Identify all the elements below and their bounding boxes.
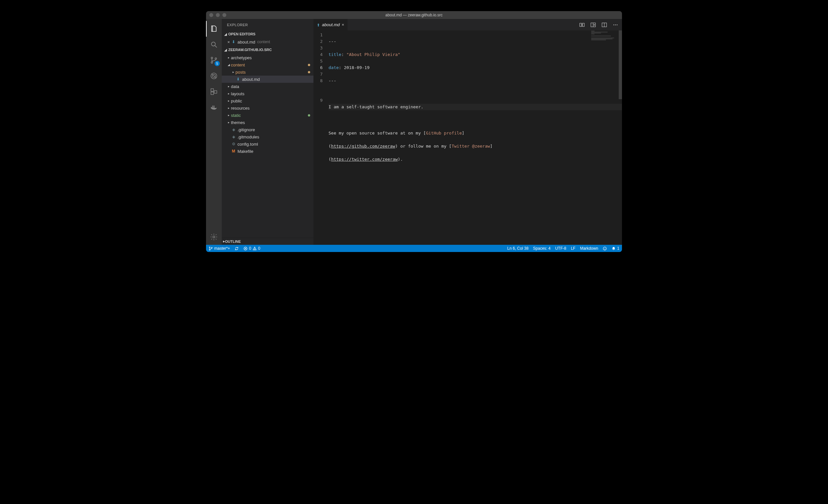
warning-icon bbox=[252, 246, 257, 251]
status-language-label: Markdown bbox=[580, 246, 598, 251]
markdown-file-icon: ⬇ bbox=[231, 39, 236, 45]
status-git-branch[interactable]: master*+ bbox=[209, 246, 230, 251]
status-indentation[interactable]: Spaces: 4 bbox=[533, 246, 550, 251]
config-file-icon: ⚙ bbox=[231, 141, 236, 147]
file-tree: ▸ archetypes ◢ content ▸ posts ⬇ about.m… bbox=[222, 53, 314, 238]
svg-rect-11 bbox=[211, 107, 212, 108]
status-notifications[interactable]: 1 bbox=[612, 246, 619, 251]
window-minimize-button[interactable] bbox=[216, 13, 220, 17]
folder-label: posts bbox=[236, 70, 246, 75]
open-editor-name: about.md bbox=[238, 40, 255, 45]
svg-line-1 bbox=[215, 45, 217, 47]
folder-themes[interactable]: ▸ themes bbox=[222, 119, 314, 126]
chevron-right-icon: ▸ bbox=[226, 85, 231, 88]
markdown-file-icon: ⬇ bbox=[317, 22, 320, 27]
file-makefile[interactable]: M Makefile bbox=[222, 148, 314, 155]
svg-point-0 bbox=[212, 42, 215, 46]
traffic-lights bbox=[206, 13, 226, 17]
split-editor-button[interactable] bbox=[601, 21, 608, 28]
editor-area[interactable]: 12345678 9 --- title: "About Philip Viei… bbox=[314, 31, 622, 245]
editor-content[interactable]: --- title: "About Philip Vieira" date: 2… bbox=[329, 31, 622, 245]
code-text: --- bbox=[329, 39, 336, 44]
svg-rect-9 bbox=[211, 92, 213, 95]
status-lncol-label: Ln 6, Col 38 bbox=[507, 246, 529, 251]
folder-label: themes bbox=[231, 120, 245, 125]
folder-label: public bbox=[231, 98, 242, 103]
activity-bar: 5 bbox=[206, 19, 222, 245]
vscode-window: about.md — zeeraw.github.io.src 5 bbox=[206, 11, 622, 252]
activity-source-control[interactable]: 5 bbox=[206, 52, 222, 68]
code-text: ( bbox=[329, 157, 331, 162]
code-text: https://twitter.com/zeeraw bbox=[331, 157, 398, 162]
code-text: See my open source software at on my [ bbox=[329, 131, 426, 136]
close-icon[interactable]: × bbox=[226, 40, 231, 45]
folder-resources[interactable]: ▸ resources bbox=[222, 104, 314, 111]
file-config-toml[interactable]: ⚙ config.toml bbox=[222, 140, 314, 148]
activity-explorer[interactable] bbox=[206, 21, 222, 37]
folder-content[interactable]: ◢ content bbox=[222, 61, 314, 68]
scrollbar-thumb[interactable] bbox=[619, 31, 622, 99]
file-label: Makefile bbox=[238, 149, 253, 154]
more-actions-button[interactable] bbox=[612, 21, 619, 28]
search-icon bbox=[210, 41, 218, 48]
svg-point-16 bbox=[213, 236, 215, 238]
svg-point-26 bbox=[617, 24, 618, 25]
project-header[interactable]: ◢ ZEERAW.GITHUB.IO.SRC bbox=[222, 46, 314, 53]
file-about-md[interactable]: ⬇ about.md bbox=[222, 76, 314, 83]
activity-search[interactable] bbox=[206, 37, 222, 52]
outline-header[interactable]: ▸ OUTLINE bbox=[222, 238, 314, 245]
file-gitignore[interactable]: ◈ .gitignore bbox=[222, 126, 314, 133]
folder-label: layouts bbox=[231, 91, 244, 96]
chevron-right-icon: ▸ bbox=[226, 113, 231, 117]
status-branch-label: master*+ bbox=[214, 246, 230, 251]
status-encoding-label: UTF-8 bbox=[555, 246, 566, 251]
close-icon[interactable]: × bbox=[342, 22, 344, 27]
status-problems[interactable]: 0 0 bbox=[243, 246, 260, 251]
code-text: title bbox=[329, 52, 341, 57]
folder-public[interactable]: ▸ public bbox=[222, 97, 314, 104]
open-editor-item[interactable]: × ⬇ about.md content bbox=[222, 38, 314, 45]
svg-rect-14 bbox=[212, 106, 213, 107]
status-eol[interactable]: LF bbox=[571, 246, 576, 251]
svg-point-21 bbox=[594, 24, 595, 25]
open-changes-button[interactable] bbox=[579, 21, 585, 28]
open-preview-side-button[interactable] bbox=[590, 21, 596, 28]
svg-point-28 bbox=[209, 249, 210, 250]
svg-point-4 bbox=[215, 58, 217, 59]
folder-archetypes[interactable]: ▸ archetypes bbox=[222, 54, 314, 61]
outline-label: OUTLINE bbox=[225, 239, 241, 243]
folder-static[interactable]: ▸ static bbox=[222, 111, 314, 119]
activity-debug[interactable] bbox=[206, 68, 222, 84]
status-encoding[interactable]: UTF-8 bbox=[555, 246, 566, 251]
status-sync[interactable] bbox=[235, 246, 239, 251]
tab-bar: ⬇ about.md × bbox=[314, 19, 622, 31]
status-language[interactable]: Markdown bbox=[580, 246, 598, 251]
tab-label: about.md bbox=[322, 22, 340, 27]
activity-settings[interactable] bbox=[206, 229, 222, 245]
folder-data[interactable]: ▸ data bbox=[222, 83, 314, 90]
folder-label: archetypes bbox=[231, 55, 252, 60]
svg-point-34 bbox=[254, 249, 255, 249]
window-zoom-button[interactable] bbox=[222, 13, 226, 17]
activity-extensions[interactable] bbox=[206, 84, 222, 99]
code-text: "About Philip Vieira" bbox=[346, 52, 400, 57]
sidebar-title: EXPLORER bbox=[222, 19, 314, 31]
file-gitmodules[interactable]: ◈ .gitmodules bbox=[222, 133, 314, 140]
vertical-scrollbar[interactable] bbox=[617, 31, 622, 245]
tab-about-md[interactable]: ⬇ about.md × bbox=[314, 19, 348, 31]
git-branch-icon bbox=[209, 246, 213, 251]
window-close-button[interactable] bbox=[209, 13, 213, 17]
status-feedback[interactable] bbox=[603, 246, 607, 251]
folder-layouts[interactable]: ▸ layouts bbox=[222, 90, 314, 97]
open-editors-label: OPEN EDITORS bbox=[228, 32, 255, 36]
preview-icon bbox=[590, 22, 596, 28]
code-text: ] bbox=[462, 131, 464, 136]
ellipsis-icon bbox=[613, 22, 618, 28]
folder-posts[interactable]: ▸ posts bbox=[222, 68, 314, 76]
status-cursor-position[interactable]: Ln 6, Col 38 bbox=[507, 246, 529, 251]
svg-point-25 bbox=[615, 24, 616, 25]
open-editors-header[interactable]: ◢ OPEN EDITORS bbox=[222, 31, 314, 38]
activity-docker[interactable] bbox=[206, 99, 222, 115]
editor-group: ⬇ about.md × bbox=[314, 19, 622, 245]
svg-rect-13 bbox=[213, 107, 214, 108]
